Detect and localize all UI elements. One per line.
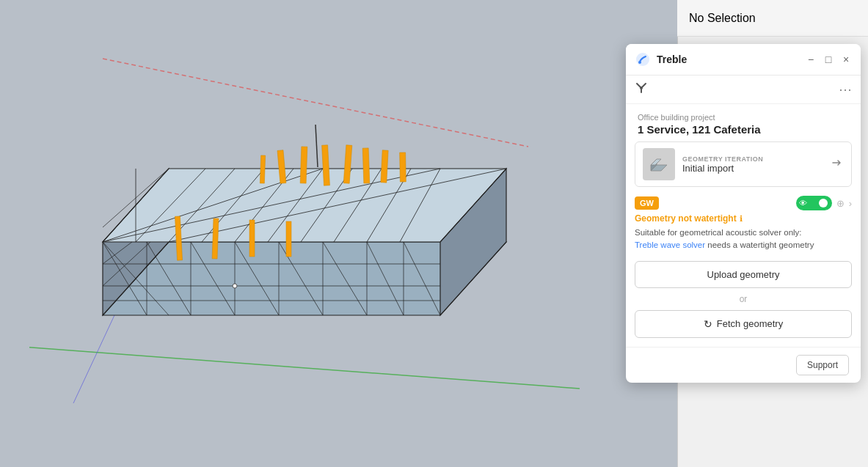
svg-rect-44: [277, 150, 286, 184]
project-label: Office building project: [638, 113, 849, 122]
svg-rect-51: [260, 155, 265, 183]
svg-line-11: [169, 169, 235, 242]
svg-line-12: [202, 169, 264, 242]
svg-line-2: [73, 183, 176, 403]
warning-info-icon: ℹ: [740, 214, 743, 224]
svg-marker-5: [440, 169, 506, 315]
or-divider: or: [635, 294, 852, 304]
svg-line-8: [103, 169, 323, 242]
svg-rect-47: [343, 145, 352, 183]
svg-point-58: [636, 53, 649, 66]
svg-line-52: [316, 125, 318, 167]
suitable-description: Suitable for geometrical acoustic solver…: [635, 227, 852, 252]
svg-marker-63: [651, 159, 661, 165]
svg-line-42: [103, 242, 132, 264]
svg-line-21: [169, 169, 506, 242]
visibility-toggle[interactable]: 👁: [796, 196, 832, 210]
svg-line-19: [440, 169, 506, 242]
project-section: Office building project 1 Service, 121 C…: [626, 104, 861, 141]
geometry-iteration-label: GEOMETRY ITERATION: [682, 155, 822, 163]
svg-line-43: [103, 242, 150, 286]
svg-line-35: [191, 242, 235, 315]
svg-line-18: [400, 169, 440, 242]
svg-line-36: [235, 242, 279, 315]
treble-dialog: Treble − □ × ⋯ Office building project 1…: [626, 44, 861, 383]
maximize-button[interactable]: □: [823, 54, 834, 65]
no-selection-bar: No Selection: [677, 0, 868, 37]
titlebar-controls: − □ ×: [805, 54, 852, 65]
geometry-iteration-name: Initial import: [682, 163, 822, 174]
svg-line-37: [279, 242, 323, 315]
svg-marker-6: [103, 169, 506, 242]
svg-line-1: [29, 345, 580, 389]
dialog-titlebar: Treble − □ ×: [626, 44, 861, 76]
svg-line-15: [301, 169, 352, 242]
dialog-body: Office building project 1 Service, 121 C…: [626, 104, 861, 383]
gw-badge-row: GW 👁 ⊕ ›: [635, 196, 852, 210]
svg-line-22: [103, 169, 169, 227]
gw-section: GW 👁 ⊕ › Geometry not w: [626, 196, 861, 347]
project-name: 1 Service, 121 Cafeteria: [638, 123, 849, 136]
minimize-button[interactable]: −: [805, 54, 817, 65]
svg-marker-4: [103, 169, 169, 315]
treble-logo: [635, 51, 651, 67]
settings-icon[interactable]: ›: [849, 198, 852, 209]
gw-controls: 👁 ⊕ ›: [796, 196, 852, 210]
svg-rect-55: [249, 220, 255, 257]
dialog-footer: Support: [626, 347, 861, 383]
toolbar-tool-icon: [635, 81, 648, 98]
svg-line-33: [103, 242, 147, 315]
building-scene: [29, 37, 580, 418]
svg-line-38: [323, 242, 367, 315]
geometry-export-button[interactable]: [829, 155, 844, 173]
svg-rect-46: [322, 145, 330, 185]
svg-line-7: [103, 169, 169, 242]
svg-point-59: [638, 61, 641, 64]
dialog-title: Treble: [657, 54, 799, 65]
svg-line-41: [103, 242, 169, 315]
svg-point-57: [233, 284, 237, 288]
svg-line-34: [147, 242, 191, 315]
svg-line-39: [367, 242, 404, 315]
svg-line-9: [136, 169, 205, 242]
geometry-info: GEOMETRY ITERATION Initial import: [682, 155, 822, 174]
gw-badge: GW: [635, 196, 659, 210]
zoom-icon[interactable]: ⊕: [836, 198, 845, 209]
support-button[interactable]: Support: [796, 355, 849, 375]
no-selection-text: No Selection: [689, 12, 756, 25]
geometry-card: GEOMETRY ITERATION Initial import: [635, 141, 852, 187]
treble-wave-link[interactable]: Treble wave solver: [635, 240, 705, 249]
svg-rect-50: [400, 152, 406, 182]
svg-rect-54: [212, 218, 219, 259]
geometry-thumbnail: [643, 148, 675, 180]
svg-rect-49: [381, 150, 388, 183]
svg-rect-48: [362, 148, 370, 183]
svg-line-17: [367, 169, 411, 242]
svg-line-14: [268, 169, 323, 242]
svg-point-60: [640, 87, 643, 89]
svg-line-16: [334, 169, 382, 242]
more-options-button[interactable]: ⋯: [839, 81, 852, 98]
svg-line-0: [103, 59, 528, 147]
svg-marker-3: [103, 242, 506, 315]
close-button[interactable]: ×: [840, 54, 852, 65]
svg-line-20: [103, 169, 440, 242]
svg-rect-45: [300, 147, 307, 183]
svg-line-40: [404, 242, 440, 315]
upload-geometry-button[interactable]: Upload geometry: [635, 261, 852, 288]
fetch-geometry-button[interactable]: ↻ Fetch geometry: [635, 310, 852, 338]
warning-row: Geometry not watertight ℹ: [635, 213, 852, 224]
dialog-toolbar: ⋯: [626, 76, 861, 104]
svg-line-13: [235, 169, 293, 242]
fetch-icon: ↻: [704, 318, 712, 330]
svg-rect-56: [286, 221, 291, 257]
svg-rect-53: [175, 216, 182, 260]
warning-text: Geometry not watertight ℹ: [635, 213, 743, 224]
